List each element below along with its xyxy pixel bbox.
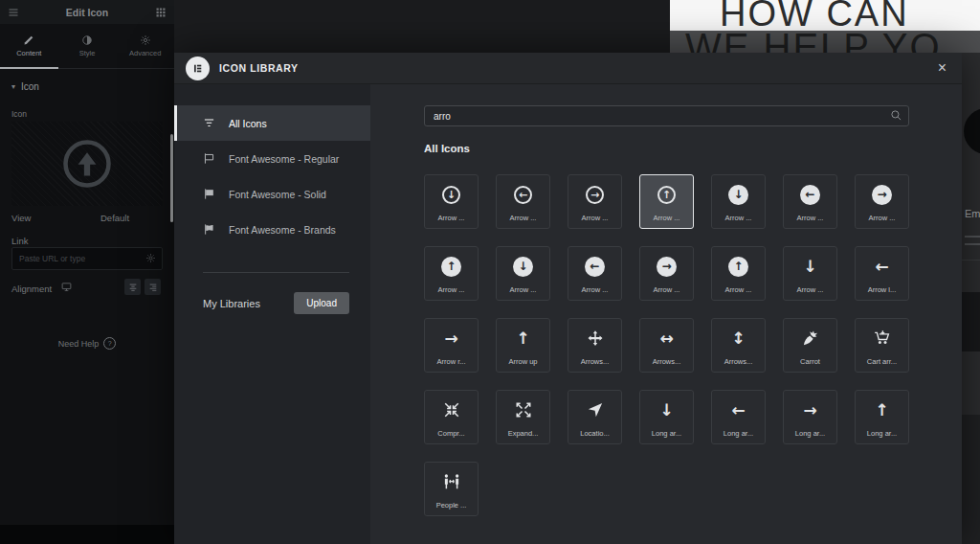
icon-tile-arrow-alt-circle-right-solid[interactable]: →Arrow ...: [855, 174, 909, 229]
icon-preview-box[interactable]: [11, 122, 163, 206]
icon-tile-long-arrow-alt-right[interactable]: →Long ar...: [783, 390, 837, 444]
icon-tile-arrow-alt-circle-up-solid[interactable]: ↑Arrow ...: [424, 246, 479, 301]
hamburger-menu-icon[interactable]: [8, 7, 19, 18]
page-preview-text-snippet: Em: [965, 208, 980, 219]
icon-tile-arrow-up[interactable]: ↑Arrow up: [496, 318, 550, 373]
cart-arrow-down-icon: [874, 319, 891, 357]
arrow-alt-circle-left-solid-icon: ←: [800, 175, 820, 214]
icon-tile-arrow-right[interactable]: →Arrow r...: [424, 318, 479, 373]
responsive-monitor-icon[interactable]: [61, 282, 72, 292]
search-icon: [890, 109, 902, 122]
long-arrow-alt-left-icon: ←: [731, 391, 745, 429]
icon-section-header[interactable]: ▾ Icon: [11, 81, 39, 92]
arrows-alt-v-icon: ↕: [731, 319, 745, 357]
compress-arrows-alt-icon: [443, 391, 460, 429]
arrow-right-icon: →: [444, 319, 457, 357]
arrow-circle-right-icon: →: [657, 247, 677, 285]
page-preview-right-sliver: Em: [962, 53, 980, 544]
arrow-down-icon: ↓: [803, 247, 816, 285]
alignment-label: Alignment: [11, 283, 52, 294]
elementor-logo-icon: [186, 57, 210, 80]
need-help-link[interactable]: Need Help ?: [0, 337, 174, 350]
widgets-grid-icon[interactable]: [155, 7, 167, 18]
gear-icon: [140, 34, 151, 46]
filter-icon: [203, 117, 215, 129]
results-section-heading: All Icons: [424, 143, 962, 154]
sidebar-item-fa-brands[interactable]: Font Awesome - Brands: [174, 212, 370, 247]
page-preview-image-block: [962, 415, 980, 544]
panel-title: Edit Icon: [66, 7, 108, 18]
icon-tile-arrow-alt-circle-down-solid[interactable]: ↓Arrow ...: [711, 174, 766, 229]
icon-tile-arrow-left[interactable]: ←Arrow l...: [855, 246, 909, 301]
icon-tile-arrows-alt-v[interactable]: ↕Arrows...: [711, 318, 766, 373]
modal-sidebar: All Icons Font Awesome - Regular Font Aw…: [174, 84, 370, 544]
link-options-gear-icon[interactable]: [145, 253, 156, 263]
panel-footer-bar: [0, 525, 174, 544]
caret-down-icon: ▾: [11, 82, 15, 91]
icon-section-title: Icon: [21, 81, 39, 92]
arrow-alt-circle-up-solid-icon: ↑: [441, 247, 461, 285]
flag-solid-icon: [203, 188, 215, 200]
flag-brands-icon: [203, 223, 215, 236]
icon-tile-arrow-alt-circle-up-regular[interactable]: ↑Arrow ...: [639, 174, 694, 229]
upload-button[interactable]: Upload: [294, 292, 349, 314]
page-preview-text-line: [965, 236, 980, 238]
page-headline-line1: HOW CAN: [720, 0, 909, 31]
icon-tile-long-arrow-alt-down[interactable]: ↓Long ar...: [639, 390, 694, 444]
screen: HOW CAN WE HELP YO Em Edit Icon Content …: [0, 0, 980, 544]
arrow-up-icon: ↑: [516, 319, 529, 357]
sidebar-divider: [203, 272, 349, 273]
icon-tile-cart-arrow-down[interactable]: Cart arr...: [855, 318, 909, 373]
sidebar-item-fa-regular[interactable]: Font Awesome - Regular: [174, 141, 370, 176]
question-circle-icon: ?: [103, 337, 116, 350]
align-right-icon: [148, 283, 158, 292]
icon-tile-arrow-alt-circle-down-regular[interactable]: ↓Arrow ...: [424, 174, 479, 229]
icon-tile-compress-arrows-alt[interactable]: Compr...: [424, 390, 479, 444]
link-label: Link: [11, 236, 28, 246]
modal-main: All Icons ↓Arrow ...←Arrow ...→Arrow ...…: [370, 84, 962, 544]
tab-advanced[interactable]: Advanced: [116, 24, 174, 68]
icon-tile-location-arrow[interactable]: Locatio...: [568, 390, 622, 444]
my-libraries-label: My Libraries: [203, 298, 260, 309]
arrow-left-icon: ←: [875, 247, 888, 285]
icon-tile-arrow-down[interactable]: ↓Arrow ...: [783, 246, 837, 301]
sidebar-item-all-icons[interactable]: All Icons: [174, 105, 370, 141]
modal-header: ICON LIBRARY ×: [174, 53, 962, 84]
icon-tile-arrow-alt-circle-right-regular[interactable]: →Arrow ...: [568, 174, 622, 229]
flag-regular-icon: [203, 152, 215, 165]
long-arrow-alt-up-icon: ↑: [875, 391, 888, 429]
page-preview-text-line: [965, 243, 980, 245]
icon-field-label: Icon: [11, 109, 27, 119]
page-preview-image-block: [962, 292, 980, 351]
align-center-button[interactable]: [124, 279, 141, 295]
panel-scrollbar[interactable]: [170, 134, 173, 222]
location-arrow-icon: [587, 391, 604, 429]
align-right-button[interactable]: [145, 279, 161, 295]
icon-tile-arrow-circle-down[interactable]: ↓Arrow ...: [496, 246, 550, 301]
elementor-editor-panel: Edit Icon Content Style Advanced ▾ Icon …: [0, 0, 174, 544]
icon-tile-carrot[interactable]: Carrot: [783, 318, 837, 373]
arrow-alt-circle-left-regular-icon: ←: [514, 175, 532, 214]
icon-tile-long-arrow-alt-up[interactable]: ↑Long ar...: [855, 390, 909, 444]
link-input[interactable]: [11, 247, 163, 270]
page-preview-headline-strip: HOW CAN: [670, 0, 980, 31]
search-input[interactable]: [424, 105, 909, 126]
half-circle-icon: [81, 34, 93, 46]
view-select[interactable]: Default: [100, 213, 129, 223]
close-icon[interactable]: ×: [934, 58, 950, 78]
icon-tile-arrow-alt-circle-left-regular[interactable]: ←Arrow ...: [496, 174, 550, 229]
tab-style[interactable]: Style: [58, 24, 117, 68]
icon-tile-long-arrow-alt-left[interactable]: ←Long ar...: [711, 390, 766, 444]
icon-library-modal: ICON LIBRARY × All Icons Font Awesome - …: [174, 53, 962, 544]
icon-tile-people-arrows[interactable]: People ...: [424, 462, 479, 516]
tab-content[interactable]: Content: [0, 24, 58, 68]
icon-tile-arrow-alt-circle-left-solid[interactable]: ←Arrow ...: [783, 174, 837, 229]
icon-tile-arrow-circle-right[interactable]: →Arrow ...: [639, 246, 694, 301]
page-headline-line2: WE HELP YO: [685, 31, 942, 53]
icon-tile-expand-arrows-alt[interactable]: Expand...: [496, 390, 550, 444]
sidebar-item-fa-solid[interactable]: Font Awesome - Solid: [174, 176, 370, 212]
icon-tile-arrows-alt[interactable]: Arrows...: [568, 318, 622, 373]
icon-tile-arrows-alt-h[interactable]: ↔Arrows...: [639, 318, 694, 373]
icon-tile-arrow-circle-up[interactable]: ↑Arrow ...: [711, 246, 766, 301]
icon-tile-arrow-circle-left[interactable]: ←Arrow ...: [568, 246, 622, 301]
